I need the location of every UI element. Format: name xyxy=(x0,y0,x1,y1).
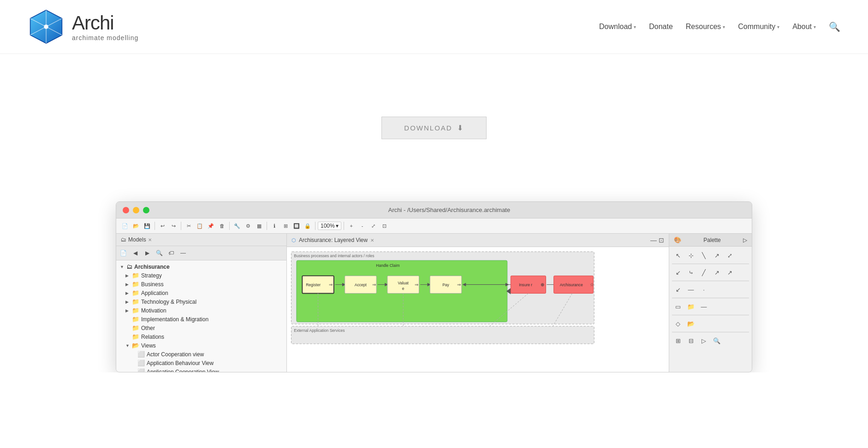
pal-row-3: ↙ — · xyxy=(672,283,710,295)
tree-view-icon: ⬜ xyxy=(137,368,145,372)
tree-views[interactable]: ▼ 📂 Views xyxy=(116,341,286,350)
nav-about[interactable]: About ▾ xyxy=(792,23,816,31)
pal-draw-icon[interactable]: ╲ xyxy=(698,249,710,261)
tree-open-folder-icon: 📂 xyxy=(132,342,139,349)
tb-lock[interactable]: 🔒 xyxy=(303,221,313,231)
nav-community[interactable]: Community ▾ xyxy=(738,23,779,31)
window-close-dot[interactable] xyxy=(123,207,129,213)
tree-app-coop-view[interactable]: ⬜ Application Cooperation View xyxy=(116,367,286,372)
tree-strategy[interactable]: ▶ 📁 Strategy xyxy=(116,271,286,280)
pal-divider-icon[interactable]: — xyxy=(698,301,710,312)
diagram-minimize-icon[interactable]: — xyxy=(650,236,657,244)
hero-download-button[interactable]: DOWNLOAD ⬇ xyxy=(381,117,486,139)
si-forward[interactable]: ▶ xyxy=(142,248,152,258)
pal-arrow-ne-icon[interactable]: ↗ xyxy=(711,249,723,261)
tb-zoom-in[interactable]: + xyxy=(346,221,357,231)
tb-save[interactable]: 💾 xyxy=(142,221,152,231)
pal-grid-icon[interactable]: ⊟ xyxy=(685,335,697,347)
pal-arrow-sw-icon[interactable]: ↙ xyxy=(672,283,684,295)
tb-open[interactable]: 📂 xyxy=(131,221,141,231)
pal-line-icon[interactable]: — xyxy=(685,283,697,295)
si-collapse[interactable]: — xyxy=(178,248,188,258)
tb-distribute[interactable]: ▦ xyxy=(254,221,264,231)
palette-expand-icon[interactable]: ▷ xyxy=(743,237,747,243)
tree-arrow: ▼ xyxy=(125,343,130,348)
tb-undo[interactable]: ↩ xyxy=(157,221,167,231)
tree-app-coop-view-label: Application Cooperation View xyxy=(147,369,219,372)
models-tab[interactable]: 🗂 Models ✕ xyxy=(121,236,152,243)
pal-rect-icon[interactable]: ▭ xyxy=(672,301,684,312)
tree-actor-view[interactable]: ⬜ Actor Cooperation view xyxy=(116,350,286,359)
tree-business[interactable]: ▶ 📁 Business xyxy=(116,280,286,289)
pal-folder-icon[interactable]: 📁 xyxy=(685,301,697,312)
pal-box-icon[interactable]: ⊞ xyxy=(672,335,684,347)
tb-delete[interactable]: 🗑 xyxy=(217,221,227,231)
pal-arrow-right-icon[interactable]: ▷ xyxy=(698,335,710,347)
tb-align[interactable]: ⚙ xyxy=(243,221,253,231)
diagram-maximize-icon[interactable]: ⊡ xyxy=(659,236,664,244)
tb-snap[interactable]: 🔲 xyxy=(291,221,302,231)
pal-cursor-icon[interactable]: ↖ xyxy=(672,249,684,261)
svg-text:External Application Services: External Application Services xyxy=(294,328,345,333)
diagram-canvas[interactable]: Business processes and internal actors /… xyxy=(287,247,669,348)
tb-grid[interactable]: ⊞ xyxy=(280,221,291,231)
svg-text:☆: ☆ xyxy=(590,282,594,287)
nav-resources[interactable]: Resources ▾ xyxy=(686,23,725,31)
pal-select-icon[interactable]: ⊹ xyxy=(685,249,697,261)
pal-folder2-icon[interactable]: 📂 xyxy=(685,318,697,330)
models-tab-close[interactable]: ✕ xyxy=(148,237,152,242)
tb-paste[interactable]: 📌 xyxy=(206,221,216,231)
nav-donate[interactable]: Donate xyxy=(649,23,673,31)
tb-format[interactable]: 🔧 xyxy=(232,221,242,231)
pal-link-icon[interactable]: ⤢ xyxy=(724,249,736,261)
tree-impl-migration[interactable]: 📁 Implementation & Migration xyxy=(116,315,286,324)
pal-dot-icon[interactable]: · xyxy=(698,283,710,295)
tb-info[interactable]: ℹ xyxy=(269,221,279,231)
tree-archisurance[interactable]: ▼ 🗂 Archisurance xyxy=(116,262,286,271)
nav-download[interactable]: Download ▾ xyxy=(599,23,636,31)
tb-zoom-out[interactable]: - xyxy=(357,221,368,231)
palette-header: 🎨 Palette ▷ xyxy=(669,234,752,247)
tree-technology[interactable]: ▶ 📁 Technology & Physical xyxy=(116,297,286,306)
si-search[interactable]: 🔍 xyxy=(154,248,164,258)
diagram-tab-close[interactable]: ✕ xyxy=(370,238,374,243)
logo-text: Archi archimate modelling xyxy=(72,12,138,41)
window-title: Archi - /Users/Shared/Archisurance.archi… xyxy=(153,206,745,213)
si-tag[interactable]: 🏷 xyxy=(166,248,176,258)
pal-bend-icon[interactable]: ⤷ xyxy=(685,266,697,278)
pal-row-5: ◇ 📂 xyxy=(672,318,697,330)
download-arrow-icon: ⬇ xyxy=(457,124,464,132)
svg-text:Register: Register xyxy=(306,283,321,287)
main-area: 🗂 Models ✕ 📄 ◀ ▶ 🔍 🏷 — ▼ 🗂 xyxy=(116,234,752,372)
zoom-control[interactable]: 100% ▾ xyxy=(318,222,341,230)
tree-other[interactable]: 📁 Other xyxy=(116,324,286,332)
tree-app-behaviour-view[interactable]: ⬜ Application Behaviour View xyxy=(116,359,286,367)
pal-cursor2-icon[interactable]: ↙ xyxy=(672,266,684,278)
pal-curve-icon[interactable]: ↗ xyxy=(711,266,723,278)
nav-download-arrow: ▾ xyxy=(634,24,636,29)
tb-sep-1 xyxy=(155,222,155,230)
si-new[interactable]: 📄 xyxy=(118,248,128,258)
window-minimize-dot[interactable] xyxy=(133,207,139,213)
search-icon[interactable]: 🔍 xyxy=(829,21,840,32)
pal-search2-icon[interactable]: 🔍 xyxy=(711,335,723,347)
tree-application[interactable]: ▶ 📁 Application xyxy=(116,289,286,297)
tb-fit-all[interactable]: ⊡ xyxy=(380,221,390,231)
zoom-dropdown-icon[interactable]: ▾ xyxy=(336,223,339,229)
tree-relations-label: Relations xyxy=(141,334,164,340)
tree-relations[interactable]: 📁 Relations xyxy=(116,332,286,341)
pal-straight-icon[interactable]: ╱ xyxy=(698,266,710,278)
tb-copy[interactable]: 📋 xyxy=(195,221,205,231)
tb-new[interactable]: 📄 xyxy=(120,221,130,231)
tree-folder-icon: 📁 xyxy=(132,281,139,288)
tb-fit[interactable]: ⤢ xyxy=(369,221,379,231)
pal-diamond-icon[interactable]: ◇ xyxy=(672,318,684,330)
pal-row-4: ▭ 📁 — xyxy=(672,301,710,312)
tb-redo[interactable]: ↪ xyxy=(168,221,178,231)
pal-extend-icon[interactable]: ↗ xyxy=(724,266,736,278)
tree-motivation[interactable]: ▶ 📁 Motivation xyxy=(116,306,286,315)
si-back[interactable]: ◀ xyxy=(130,248,140,258)
window-maximize-dot[interactable] xyxy=(143,207,149,213)
tb-cut[interactable]: ✂ xyxy=(184,221,194,231)
tree-application-label: Application xyxy=(141,290,168,296)
